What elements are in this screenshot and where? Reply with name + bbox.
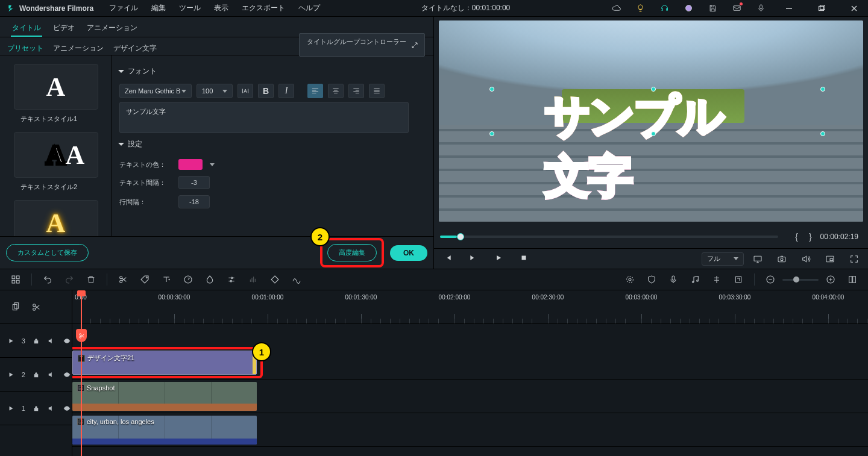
cut-icon[interactable] <box>113 271 133 288</box>
tab-animation[interactable]: アニメーション <box>86 23 139 37</box>
track-area[interactable]: 0:0000:00:30:0000:01:00:0000:01:30:0000:… <box>72 290 868 456</box>
italic-button[interactable]: I <box>278 84 294 98</box>
clip-snapshot[interactable]: Snapshot <box>72 382 257 411</box>
lock-icon[interactable] <box>31 371 41 378</box>
chevron-down-icon[interactable] <box>210 163 215 166</box>
time-ruler[interactable]: 0:0000:00:30:0000:01:00:0000:01:30:0000:… <box>72 290 868 324</box>
copy-icon[interactable] <box>11 302 20 312</box>
mic-icon[interactable] <box>664 271 683 288</box>
subtab-preset[interactable]: プリセット <box>7 43 43 51</box>
fullscreen-icon[interactable] <box>846 252 862 266</box>
seek-bar[interactable] <box>440 236 778 238</box>
menu-export[interactable]: エクスポート <box>237 1 290 16</box>
cut-header-icon[interactable] <box>31 302 41 312</box>
mic-icon-title[interactable] <box>751 0 770 17</box>
adjust-icon[interactable] <box>222 271 241 288</box>
settings-section-label[interactable]: 設定 <box>118 136 427 153</box>
snapshot-icon[interactable] <box>774 252 790 266</box>
menu-edit[interactable]: 編集 <box>146 1 171 16</box>
lock-icon[interactable] <box>31 337 41 345</box>
mute-icon[interactable] <box>47 371 57 378</box>
stabilize-icon[interactable] <box>287 271 306 288</box>
layout-icon[interactable] <box>6 271 25 288</box>
window-maximize[interactable] <box>808 0 835 17</box>
line-spacing-value[interactable]: -18 <box>178 195 210 208</box>
preview-title-text[interactable]: サンプル文字 <box>545 87 757 207</box>
menu-view[interactable]: 表示 <box>209 1 233 16</box>
style-card-3[interactable]: A <box>14 200 98 236</box>
undo-icon[interactable] <box>38 271 57 288</box>
tab-video[interactable]: ビデオ <box>52 23 76 37</box>
advanced-edit-button[interactable]: 高度編集 <box>327 244 377 261</box>
step-forward-button[interactable] <box>469 254 477 264</box>
pip-icon[interactable] <box>822 252 838 266</box>
play-button[interactable] <box>494 254 503 264</box>
speed-icon[interactable] <box>178 271 198 288</box>
volume-icon[interactable] <box>798 252 814 266</box>
mute-icon[interactable] <box>47 337 57 345</box>
align-right-button[interactable] <box>348 84 364 98</box>
text-color-swatch[interactable] <box>178 159 203 170</box>
lock-icon[interactable] <box>31 405 41 412</box>
bold-button[interactable]: B <box>258 84 274 98</box>
sample-text-input[interactable]: サンプル文字 <box>119 102 409 133</box>
subtab-animation[interactable]: アニメーション <box>53 43 104 51</box>
cloud-icon[interactable] <box>606 0 626 17</box>
align-center-button[interactable] <box>328 84 344 98</box>
style-card-2[interactable]: A <box>14 132 98 178</box>
shield-icon[interactable] <box>642 271 661 288</box>
equalizer-icon[interactable] <box>244 271 263 288</box>
mail-icon[interactable] <box>727 0 746 17</box>
eye-icon[interactable] <box>62 405 72 412</box>
render-icon[interactable] <box>620 271 640 288</box>
preview-canvas[interactable]: サンプル文字 <box>439 20 863 222</box>
menu-tool[interactable]: ツール <box>174 1 206 16</box>
font-family-select[interactable]: Zen Maru Gothic B <box>119 84 192 98</box>
color-icon[interactable] <box>200 271 219 288</box>
marker-icon[interactable] <box>707 271 726 288</box>
fit-icon[interactable] <box>843 271 862 288</box>
zoom-out-icon[interactable] <box>761 271 780 288</box>
mute-icon[interactable] <box>47 405 57 412</box>
track-lane-1[interactable]: city, urban, los angeles <box>72 413 868 447</box>
save-custom-button[interactable]: カスタムとして保存 <box>6 244 89 261</box>
stop-button[interactable] <box>520 254 528 264</box>
font-section-label[interactable]: フォント <box>118 63 427 80</box>
align-left-button[interactable] <box>307 84 323 98</box>
zoom-in-icon[interactable] <box>821 271 840 288</box>
title-group-controller-button[interactable]: タイトルグループコントローラー <box>299 33 425 57</box>
quality-select[interactable]: フル <box>702 252 744 266</box>
font-size-select[interactable]: 100 <box>197 84 233 98</box>
playhead[interactable] <box>81 290 82 456</box>
align-justify-button[interactable] <box>369 84 385 98</box>
idea-icon[interactable] <box>631 0 650 17</box>
music-icon[interactable] <box>685 271 705 288</box>
subtab-design[interactable]: デザイン文字 <box>113 43 157 51</box>
text-tool-icon[interactable] <box>157 271 176 288</box>
crop-icon[interactable] <box>729 271 748 288</box>
zoom-slider[interactable] <box>782 279 819 281</box>
style-card-1[interactable]: A <box>14 64 98 110</box>
ok-button[interactable]: OK <box>390 245 427 261</box>
window-minimize[interactable] <box>775 0 803 17</box>
clip-title-text[interactable]: Tデザイン文字21 <box>72 351 257 375</box>
delete-icon[interactable] <box>81 271 101 288</box>
tag-icon[interactable] <box>135 271 154 288</box>
clip-city[interactable]: city, urban, los angeles <box>72 416 257 445</box>
track-lane-3[interactable]: 1 Tデザイン文字21 <box>72 346 868 379</box>
display-icon[interactable] <box>750 252 766 266</box>
window-close[interactable] <box>840 0 868 17</box>
avatar-icon[interactable] <box>679 0 698 17</box>
keyframe-icon[interactable] <box>265 271 285 288</box>
tracking-icon[interactable] <box>237 84 253 98</box>
step-back-button[interactable] <box>444 254 452 264</box>
brace-markers[interactable]: {} <box>795 232 811 242</box>
eye-icon[interactable] <box>62 371 72 378</box>
save-icon[interactable] <box>703 0 722 17</box>
eye-icon[interactable] <box>62 337 72 345</box>
playhead-cut-icon[interactable] <box>76 329 87 342</box>
tab-title[interactable]: タイトル <box>11 23 42 37</box>
headset-icon[interactable] <box>655 0 674 17</box>
redo-icon[interactable] <box>60 271 79 288</box>
menu-file[interactable]: ファイル <box>104 1 143 16</box>
